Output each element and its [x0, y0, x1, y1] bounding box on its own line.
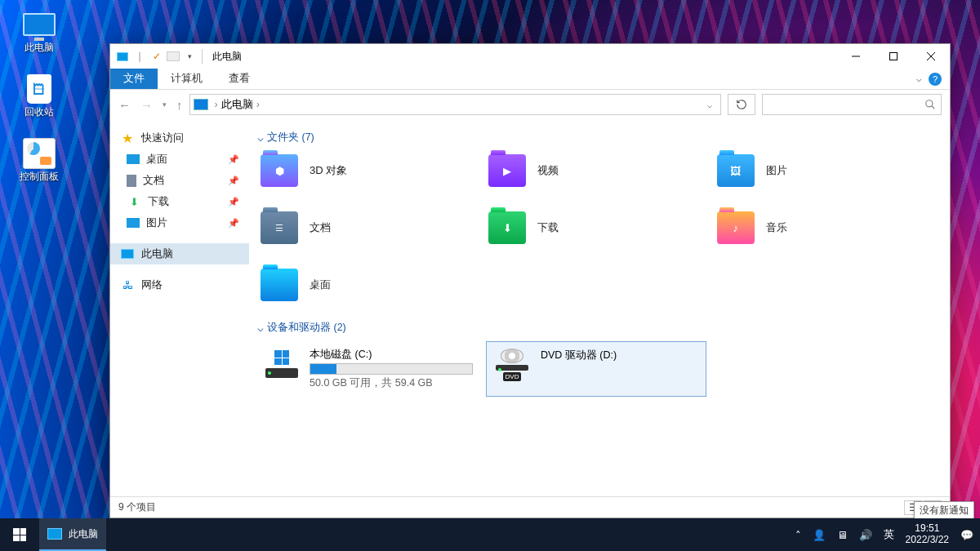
- drive-d-dvd[interactable]: DVD DVD 驱动器 (D:): [486, 341, 706, 397]
- picture-icon: [127, 218, 140, 228]
- folder-icon: ♪: [717, 211, 755, 244]
- sidebar-item-label: 快速访问: [141, 131, 184, 145]
- up-button[interactable]: ↑: [176, 98, 183, 112]
- capacity-bar: [310, 363, 473, 375]
- folder-desktop[interactable]: 桌面: [257, 265, 485, 304]
- sidebar-item-pictures[interactable]: 图片 📌: [110, 212, 249, 233]
- sidebar-item-network[interactable]: 🖧 网络: [110, 274, 249, 295]
- folder-label: 音乐: [766, 220, 787, 235]
- drive-c[interactable]: 本地磁盘 (C:) 50.0 GB 可用，共 59.4 GB: [257, 341, 478, 397]
- folder-icon: ☰: [261, 211, 298, 244]
- svg-point-4: [926, 100, 933, 107]
- quick-access-toolbar: | ✓ ▾: [115, 49, 203, 64]
- chevron-down-icon: ⌵: [257, 131, 264, 144]
- sidebar-item-label: 文档: [143, 173, 164, 188]
- close-button[interactable]: [912, 44, 950, 69]
- tray-ime-indicator[interactable]: 英: [884, 527, 894, 542]
- chevron-down-icon[interactable]: ⌵: [707, 100, 712, 109]
- folder-3d-objects[interactable]: ⬢ 3D 对象: [257, 151, 485, 190]
- tab-view[interactable]: 查看: [216, 69, 263, 89]
- window-title: 此电脑: [206, 50, 242, 64]
- taskbar: 此电脑 ˄ 👤 🖥 🔊 英 19:51 2022/3/22 💬: [0, 518, 980, 551]
- folder-label: 3D 对象: [310, 163, 347, 178]
- sidebar-item-downloads[interactable]: ⬇ 下载 📌: [110, 191, 249, 212]
- tab-computer[interactable]: 计算机: [158, 69, 216, 89]
- qat-dropdown-icon[interactable]: ▾: [182, 49, 197, 64]
- status-item-count: 9 个项目: [118, 500, 156, 514]
- tray-notification-icon[interactable]: 💬: [960, 529, 973, 541]
- capacity-text: 50.0 GB 可用，共 59.4 GB: [310, 376, 473, 390]
- minimize-button[interactable]: [837, 44, 875, 69]
- sidebar-item-this-pc[interactable]: 此电脑: [110, 243, 249, 264]
- folder-label: 视频: [537, 163, 559, 178]
- new-folder-icon[interactable]: [167, 51, 180, 61]
- sidebar-item-quick-access[interactable]: ★ 快速访问: [110, 127, 249, 149]
- maximize-button[interactable]: [875, 44, 912, 69]
- chevron-right-icon[interactable]: ›: [253, 99, 263, 110]
- desktop-icon-control-panel[interactable]: 控制面板: [8, 137, 70, 184]
- network-icon: 🖧: [120, 278, 135, 291]
- folder-icon: 🖼: [717, 154, 755, 187]
- desktop-icons: 此电脑 回收站 控制面板: [8, 8, 70, 184]
- sidebar-item-documents[interactable]: 文档 📌: [110, 170, 249, 191]
- desktop-icon-recycle-bin[interactable]: 回收站: [8, 73, 70, 119]
- monitor-icon: [23, 13, 56, 36]
- ribbon-expand-icon[interactable]: ⌵: [916, 73, 922, 84]
- group-header-devices[interactable]: ⌵ 设备和驱动器 (2): [257, 318, 942, 341]
- sidebar-item-label: 此电脑: [141, 247, 173, 261]
- back-button[interactable]: ←: [118, 98, 131, 112]
- folder-icon: [261, 269, 298, 301]
- tray-chevron-up-icon[interactable]: ˄: [795, 529, 801, 541]
- breadcrumb-bar[interactable]: › 此电脑 › ⌵: [189, 94, 722, 115]
- pin-icon: 📌: [228, 154, 239, 165]
- desktop-icon-this-pc[interactable]: 此电脑: [8, 8, 70, 55]
- notification-tooltip: 没有新通知: [914, 501, 974, 520]
- folder-label: 下载: [537, 220, 559, 235]
- desktop-icon-label: 控制面板: [20, 170, 59, 184]
- folder-videos[interactable]: ▶ 视频: [485, 151, 713, 190]
- svg-line-5: [932, 106, 935, 109]
- start-button[interactable]: [0, 518, 39, 551]
- tab-file[interactable]: 文件: [110, 69, 158, 89]
- search-icon: [924, 99, 936, 110]
- taskbar-item-label: 此电脑: [69, 527, 98, 541]
- chevron-right-icon[interactable]: ›: [212, 99, 221, 110]
- folder-documents[interactable]: ☰ 文档: [257, 208, 485, 247]
- properties-icon[interactable]: ✓: [149, 49, 164, 64]
- sidebar-item-label: 图片: [146, 216, 167, 230]
- tray-clock[interactable]: 19:51 2022/3/22: [906, 523, 949, 546]
- tray-volume-icon[interactable]: 🔊: [859, 529, 872, 541]
- folder-icon: ▶: [488, 154, 526, 187]
- taskbar-item-explorer[interactable]: 此电脑: [39, 518, 106, 551]
- help-icon[interactable]: ?: [929, 73, 942, 86]
- breadcrumb-item[interactable]: 此电脑: [221, 98, 253, 112]
- folder-downloads[interactable]: ⬇ 下载: [485, 208, 713, 247]
- drive-icon: [265, 348, 298, 380]
- content-pane: ⌵ 文件夹 (7) ⬢ 3D 对象 ▶ 视频 🖼 图片 ☰ 文档: [249, 119, 950, 496]
- system-tray: ˄ 👤 🖥 🔊 英 19:51 2022/3/22 💬: [795, 523, 980, 546]
- address-bar: ← → ▾ ↑ › 此电脑 › ⌵: [110, 90, 950, 119]
- refresh-button[interactable]: [728, 94, 755, 115]
- recent-dropdown-icon[interactable]: ▾: [163, 100, 167, 109]
- sidebar-item-desktop[interactable]: 桌面 📌: [110, 149, 249, 170]
- file-explorer-window: | ✓ ▾ 此电脑 文件 计算机 查看 ⌵ ?: [109, 43, 951, 518]
- document-icon: [127, 175, 136, 187]
- ribbon-tabs: 文件 计算机 查看 ⌵ ?: [110, 69, 950, 90]
- sidebar-item-label: 桌面: [146, 152, 167, 167]
- clock-date: 2022/3/22: [906, 535, 949, 546]
- folder-icon: ⬇: [488, 211, 526, 244]
- folder-music[interactable]: ♪ 音乐: [714, 208, 942, 247]
- search-input[interactable]: [762, 94, 942, 115]
- recycle-bin-icon: [27, 74, 51, 104]
- star-icon: ★: [120, 131, 135, 144]
- folder-label: 文档: [310, 220, 331, 235]
- group-header-label: 设备和驱动器 (2): [267, 321, 346, 335]
- forward-button[interactable]: →: [140, 98, 153, 112]
- folder-pictures[interactable]: 🖼 图片: [714, 151, 942, 190]
- group-header-folders[interactable]: ⌵ 文件夹 (7): [257, 127, 942, 151]
- tray-network-icon[interactable]: 🖥: [837, 529, 848, 541]
- desktop-icon-label: 回收站: [24, 105, 54, 119]
- title-bar[interactable]: | ✓ ▾ 此电脑: [110, 44, 950, 69]
- tray-people-icon[interactable]: 👤: [813, 529, 826, 541]
- dvd-badge: DVD: [503, 372, 522, 381]
